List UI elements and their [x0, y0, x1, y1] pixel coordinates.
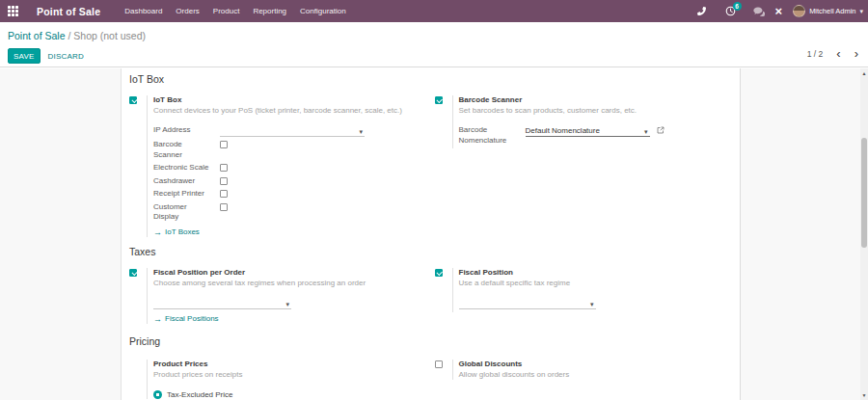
setting-title[interactable]: Global Discounts — [459, 360, 741, 369]
pager-next-icon[interactable]: › — [854, 49, 858, 59]
control-panel: Point of Sale / Shop (not used) SAVE DIS… — [0, 22, 868, 67]
setting-global-discounts: Global Discounts Allow global discounts … — [435, 360, 741, 380]
setting-iot-box: IoT Box Connect devices to your PoS (tic… — [129, 95, 435, 237]
messages-icon[interactable] — [753, 7, 765, 16]
menu-configuration[interactable]: Configuration — [293, 7, 353, 15]
menu-reporting[interactable]: Reporting — [246, 7, 293, 15]
iot-boxes-link[interactable]: →IoT Boxes — [153, 227, 435, 237]
pager-prev-icon[interactable]: ‹ — [836, 49, 840, 59]
settings-sheet: IoT Box IoT Box Connect devices to your … — [121, 68, 741, 400]
ip-address-select[interactable]: ▾ — [220, 125, 365, 137]
fiscal-positions-link[interactable]: →Fiscal Positions — [153, 314, 435, 324]
setting-title[interactable]: IoT Box — [153, 95, 435, 105]
electronic-scale-checkbox[interactable] — [220, 164, 228, 172]
customer-display-checkbox[interactable] — [220, 203, 228, 211]
section-title-taxes: Taxes — [129, 246, 740, 257]
scroll-up-icon[interactable]: ▲ — [860, 70, 868, 76]
section-title-iot: IoT Box — [129, 73, 740, 85]
barcode-nomenclature-select[interactable]: Default Nomenclature▾ — [526, 125, 650, 137]
field-label-device: Receipt Printer — [153, 189, 220, 200]
barcode-scanner-setting-checkbox[interactable] — [435, 96, 443, 104]
setting-title[interactable]: Fiscal Position per Order — [153, 268, 435, 278]
setting-title: Product Prices — [153, 360, 435, 369]
setting-fiscal-position-per-order: Fiscal Position per Order Choose among s… — [129, 268, 435, 324]
field-label-device: Customer Display — [153, 202, 220, 223]
close-icon[interactable]: × — [775, 6, 783, 16]
fiscal-order-checkbox[interactable] — [129, 269, 137, 277]
cashdrawer-checkbox[interactable] — [220, 177, 228, 185]
fiscal-position-checkbox[interactable] — [435, 269, 443, 277]
activity-clock-icon[interactable]: 6 — [725, 6, 736, 16]
save-button[interactable]: SAVE — [8, 48, 41, 64]
phone-icon[interactable] — [697, 7, 706, 15]
discard-button[interactable]: DISCARD — [48, 52, 84, 61]
fiscal-positions-select[interactable]: ▾ — [153, 298, 291, 309]
caret-down-icon: ▾ — [859, 8, 863, 15]
setting-desc: Set barcodes to scan products, customer … — [459, 106, 741, 116]
breadcrumb-app-link[interactable]: Point of Sale — [8, 30, 66, 41]
setting-title[interactable]: Barcode Scanner — [459, 95, 741, 105]
app-title[interactable]: Point of Sale — [37, 6, 100, 17]
pager: 1 / 2 ‹ › — [807, 49, 858, 59]
receipt-printer-checkbox[interactable] — [220, 190, 228, 198]
setting-desc: Allow global discounts on orders — [459, 370, 741, 380]
default-fiscal-position-select[interactable]: ▾ — [459, 298, 596, 309]
setting-barcode-scanner: Barcode Scanner Set barcodes to scan pro… — [435, 95, 741, 148]
tax-excluded-radio[interactable] — [153, 390, 162, 399]
field-label-device: Barcode Scanner — [153, 140, 220, 160]
pager-count: 1 / 2 — [807, 49, 824, 59]
user-menu[interactable]: Mitchell Admin ▾ — [793, 5, 863, 17]
external-link-icon[interactable] — [657, 126, 665, 134]
barcode-scanner-checkbox[interactable] — [220, 141, 228, 148]
setting-product-prices: Product Prices Product prices on receipt… — [129, 360, 435, 399]
setting-fiscal-position: Fiscal Position Use a default specific t… — [435, 268, 741, 312]
menu-product[interactable]: Product — [206, 7, 247, 15]
menu-orders[interactable]: Orders — [169, 7, 205, 15]
setting-desc: Use a default specific tax regime — [459, 279, 741, 288]
top-navbar: Point of Sale Dashboard Orders Product R… — [0, 0, 868, 22]
user-name: Mitchell Admin — [809, 7, 855, 15]
user-avatar — [793, 5, 805, 17]
field-label-ip: IP Address — [153, 125, 220, 136]
apps-grid-icon[interactable] — [8, 6, 18, 16]
scrollbar-thumb[interactable] — [861, 138, 867, 248]
setting-desc: Choose among several tax regimes when pr… — [153, 279, 435, 288]
section-title-pricing: Pricing — [129, 335, 740, 347]
field-label-nomenclature: Barcode Nomenclature — [459, 125, 526, 146]
setting-desc: Connect devices to your PoS (ticket prin… — [153, 106, 435, 116]
setting-title[interactable]: Fiscal Position — [459, 268, 741, 278]
setting-desc: Product prices on receipts — [153, 370, 435, 380]
global-discounts-checkbox[interactable] — [435, 360, 443, 368]
radio-label: Tax-Excluded Price — [167, 390, 232, 399]
menu-dashboard[interactable]: Dashboard — [118, 7, 169, 15]
link-arrow-icon: → — [153, 314, 162, 324]
link-arrow-icon: → — [153, 227, 162, 237]
breadcrumb: Point of Sale / Shop (not used) — [8, 30, 860, 41]
field-label-device: Cashdrawer — [153, 176, 220, 187]
iot-box-checkbox[interactable] — [129, 96, 137, 104]
scroll-down-icon[interactable]: ▼ — [860, 392, 868, 398]
scrollbar[interactable]: ▲ ▼ — [860, 68, 868, 400]
breadcrumb-current: / Shop (not used) — [66, 30, 146, 41]
activity-badge: 6 — [733, 2, 742, 11]
navbar-right: 6 × Mitchell Admin ▾ — [697, 5, 868, 17]
field-label-device: Electronic Scale — [153, 163, 220, 173]
main-menu: Dashboard Orders Product Reporting Confi… — [118, 7, 352, 15]
